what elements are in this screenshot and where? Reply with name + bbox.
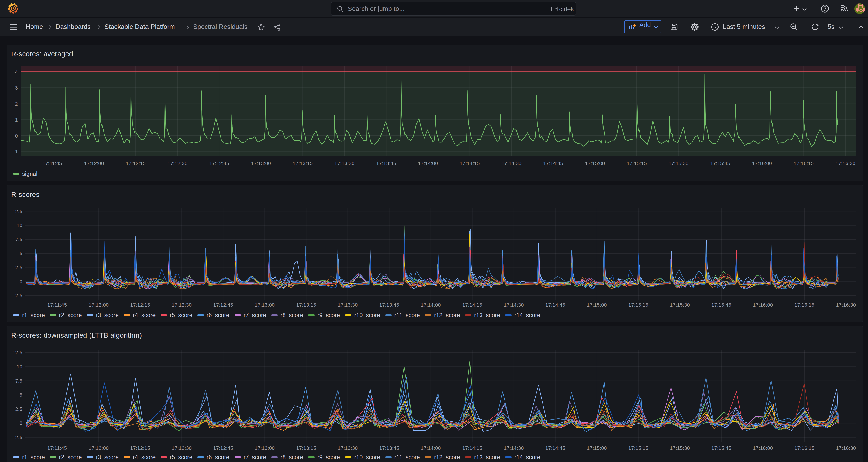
svg-text:2.5: 2.5	[15, 406, 22, 412]
svg-text:7.5: 7.5	[15, 378, 22, 384]
svg-text:17:11:45: 17:11:45	[42, 160, 62, 166]
svg-text:17:15:00: 17:15:00	[587, 445, 607, 451]
svg-text:17:13:45: 17:13:45	[376, 160, 396, 166]
svg-text:17:14:00: 17:14:00	[421, 302, 441, 308]
svg-text:17:16:00: 17:16:00	[753, 302, 773, 308]
svg-text:17:11:45: 17:11:45	[47, 445, 67, 451]
svg-text:17:14:15: 17:14:15	[460, 160, 480, 166]
svg-text:17:12:00: 17:12:00	[84, 160, 104, 166]
svg-text:17:16:00: 17:16:00	[753, 445, 773, 451]
svg-text:17:12:45: 17:12:45	[209, 160, 229, 166]
svg-text:17:12:45: 17:12:45	[213, 445, 233, 451]
svg-text:17:13:15: 17:13:15	[296, 302, 316, 308]
svg-text:17:12:15: 17:12:15	[126, 160, 146, 166]
svg-text:17:13:45: 17:13:45	[379, 445, 399, 451]
svg-text:17:14:00: 17:14:00	[418, 160, 438, 166]
svg-text:17:16:30: 17:16:30	[836, 302, 856, 308]
svg-text:17:11:45: 17:11:45	[47, 302, 67, 308]
svg-text:17:16:30: 17:16:30	[835, 160, 856, 166]
svg-text:17:14:45: 17:14:45	[545, 445, 565, 451]
svg-text:17:16:00: 17:16:00	[752, 160, 772, 166]
svg-text:12.5: 12.5	[12, 209, 22, 214]
svg-text:17:15:00: 17:15:00	[585, 160, 605, 166]
svg-text:-2.5: -2.5	[13, 293, 22, 299]
svg-text:17:12:45: 17:12:45	[213, 302, 233, 308]
svg-text:17:13:45: 17:13:45	[379, 302, 399, 308]
svg-text:0: 0	[15, 133, 18, 139]
svg-text:17:15:45: 17:15:45	[711, 445, 732, 451]
svg-text:2.5: 2.5	[15, 265, 22, 271]
svg-text:17:15:30: 17:15:30	[670, 445, 690, 451]
svg-text:17:14:00: 17:14:00	[421, 445, 441, 451]
svg-text:17:16:15: 17:16:15	[794, 160, 814, 166]
svg-text:17:14:30: 17:14:30	[504, 302, 524, 308]
svg-text:4: 4	[15, 69, 18, 75]
svg-text:17:15:15: 17:15:15	[628, 445, 648, 451]
svg-text:17:13:00: 17:13:00	[251, 160, 271, 166]
svg-text:17:13:00: 17:13:00	[255, 302, 275, 308]
svg-text:5: 5	[20, 392, 22, 398]
svg-text:1: 1	[15, 117, 18, 123]
svg-text:-2.5: -2.5	[13, 434, 22, 440]
svg-text:17:13:30: 17:13:30	[338, 445, 358, 451]
svg-text:0: 0	[20, 420, 22, 426]
svg-text:5: 5	[20, 250, 22, 256]
svg-text:17:13:30: 17:13:30	[338, 302, 358, 308]
svg-text:17:12:30: 17:12:30	[172, 445, 192, 451]
svg-text:17:15:30: 17:15:30	[670, 302, 690, 308]
svg-text:17:15:15: 17:15:15	[627, 160, 647, 166]
svg-text:17:14:15: 17:14:15	[462, 445, 483, 451]
svg-text:17:15:30: 17:15:30	[669, 160, 688, 166]
svg-text:17:14:45: 17:14:45	[545, 302, 565, 308]
svg-text:17:15:15: 17:15:15	[628, 302, 648, 308]
svg-text:10: 10	[17, 222, 22, 228]
svg-text:17:13:30: 17:13:30	[335, 160, 354, 166]
svg-text:17:12:15: 17:12:15	[130, 302, 150, 308]
svg-text:-1: -1	[13, 149, 18, 155]
svg-text:17:16:15: 17:16:15	[794, 302, 814, 308]
svg-text:3: 3	[15, 85, 18, 91]
svg-text:17:16:30: 17:16:30	[836, 445, 856, 451]
svg-text:17:12:15: 17:12:15	[130, 445, 150, 451]
svg-text:17:14:30: 17:14:30	[504, 445, 524, 451]
svg-text:17:13:15: 17:13:15	[292, 160, 313, 166]
svg-text:10: 10	[17, 364, 22, 370]
svg-text:17:13:15: 17:13:15	[296, 445, 316, 451]
svg-text:12.5: 12.5	[12, 349, 22, 356]
svg-text:17:12:30: 17:12:30	[172, 302, 192, 308]
svg-text:17:12:00: 17:12:00	[89, 302, 108, 308]
svg-text:17:13:00: 17:13:00	[255, 445, 275, 451]
svg-text:17:15:00: 17:15:00	[587, 302, 607, 308]
svg-text:2: 2	[15, 101, 18, 107]
svg-text:17:15:45: 17:15:45	[711, 302, 732, 308]
svg-text:7.5: 7.5	[15, 237, 22, 242]
svg-text:0: 0	[20, 279, 22, 284]
svg-text:17:16:15: 17:16:15	[794, 445, 814, 451]
svg-text:17:12:00: 17:12:00	[89, 445, 108, 451]
svg-text:17:14:30: 17:14:30	[501, 160, 522, 166]
svg-text:17:15:45: 17:15:45	[710, 160, 730, 166]
svg-text:17:14:15: 17:14:15	[462, 302, 483, 308]
svg-text:17:12:30: 17:12:30	[167, 160, 187, 166]
svg-text:17:14:45: 17:14:45	[543, 160, 563, 166]
